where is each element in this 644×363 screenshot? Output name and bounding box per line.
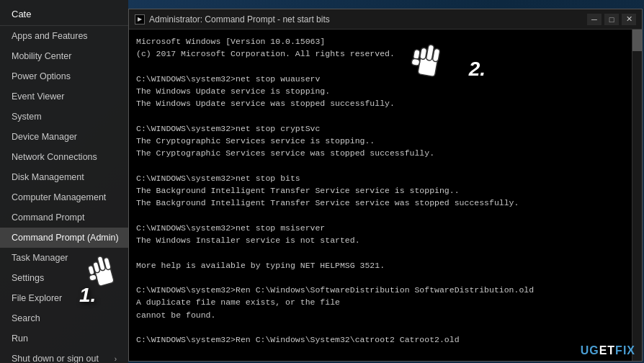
step-1-label: 1. (79, 284, 96, 307)
start-menu-header: Cate (0, 0, 128, 26)
cmd-maximize-button[interactable]: □ (604, 14, 619, 25)
cmd-titlebar: ▶ Administrator: Command Prompt - net st… (129, 9, 642, 30)
menu-item-settings[interactable]: Settings (0, 268, 128, 288)
menu-item-label-settings: Settings (12, 273, 44, 283)
menu-item-mobility-center[interactable]: Mobility Center (0, 46, 128, 66)
menu-item-label-computer-management: Computer Management (12, 192, 106, 202)
menu-item-disk-management[interactable]: Disk Management (0, 167, 128, 187)
menu-item-label-event-viewer: Event Viewer (12, 91, 64, 102)
logo-et: ET (599, 344, 615, 357)
cmd-title: Administrator: Command Prompt - net star… (149, 14, 587, 24)
menu-item-command-prompt-admin[interactable]: Command Prompt (Admin) (0, 228, 128, 248)
menu-item-label-apps-features: Apps and Features (12, 31, 88, 41)
menu-item-command-prompt[interactable]: Command Prompt (0, 207, 128, 228)
menu-item-label-device-manager: Device Manager (12, 132, 77, 142)
menu-item-label-shut-down: Shut down or sign out (12, 354, 99, 363)
cmd-content: Microsoft Windows [Version 10.0.15063] (… (129, 30, 642, 361)
cmd-text-output: Microsoft Windows [Version 10.0.15063] (… (129, 30, 642, 361)
menu-item-label-command-prompt: Command Prompt (12, 212, 84, 223)
menu-item-run[interactable]: Run (0, 328, 128, 349)
menu-item-search[interactable]: Search (0, 308, 128, 328)
step-2-label: 2. (469, 58, 486, 81)
menu-item-arrow-shut-down: › (115, 355, 117, 363)
menu-item-label-mobility-center: Mobility Center (12, 51, 71, 61)
cmd-minimize-button[interactable]: ─ (587, 14, 601, 25)
cmd-window-icon: ▶ (135, 14, 145, 24)
menu-item-network-connections[interactable]: Network Connections (0, 147, 128, 167)
menu-item-task-manager[interactable]: Task Manager (0, 248, 128, 268)
menu-item-event-viewer[interactable]: Event Viewer (0, 86, 128, 107)
start-menu: Cate Apps and FeaturesMobility CenterPow… (0, 0, 128, 363)
menu-item-shut-down[interactable]: Shut down or sign out› (0, 349, 128, 363)
cmd-close-button[interactable]: ✕ (622, 14, 636, 25)
menu-item-label-task-manager: Task Manager (12, 253, 68, 263)
menu-item-label-run: Run (12, 333, 28, 344)
menu-item-label-command-prompt-admin: Command Prompt (Admin) (12, 233, 119, 243)
menu-item-label-search: Search (12, 313, 40, 323)
menu-item-system[interactable]: System (0, 107, 128, 127)
menu-item-computer-management[interactable]: Computer Management (0, 187, 128, 207)
logo-ug: UG (581, 344, 599, 357)
start-menu-items: Apps and FeaturesMobility CenterPower Op… (0, 26, 128, 363)
cmd-controls[interactable]: ─ □ ✕ (587, 14, 636, 25)
menu-item-file-explorer[interactable]: File Explorer (0, 288, 128, 308)
menu-item-device-manager[interactable]: Device Manager (0, 127, 128, 147)
menu-item-power-options[interactable]: Power Options (0, 66, 128, 86)
cmd-scrollbar-thumb[interactable] (632, 30, 642, 51)
ugetfix-logo: UGETFIX (581, 344, 635, 357)
menu-item-label-file-explorer: File Explorer (12, 293, 62, 303)
cmd-window: ▶ Administrator: Command Prompt - net st… (128, 9, 643, 362)
menu-item-label-network-connections: Network Connections (12, 152, 97, 162)
logo-fix: FIX (615, 344, 635, 357)
menu-item-label-system: System (12, 112, 42, 122)
menu-item-label-power-options: Power Options (12, 71, 71, 81)
menu-item-label-disk-management: Disk Management (12, 172, 84, 182)
cmd-scrollbar[interactable] (632, 30, 642, 361)
menu-item-apps-features[interactable]: Apps and Features (0, 26, 128, 46)
